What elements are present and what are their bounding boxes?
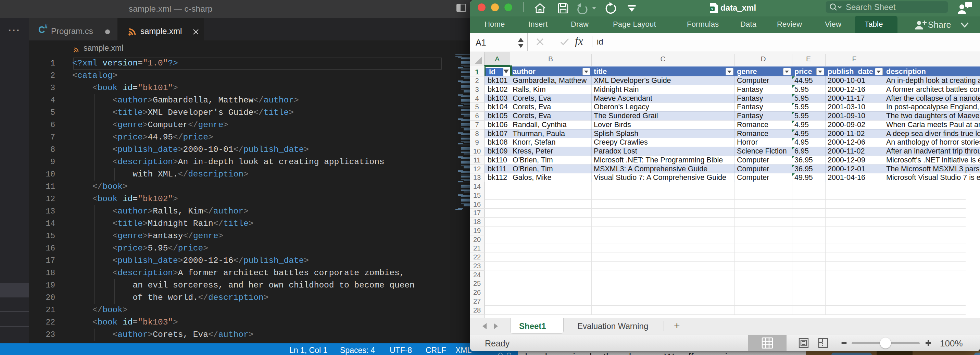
svg-text:x: x [711, 7, 714, 11]
